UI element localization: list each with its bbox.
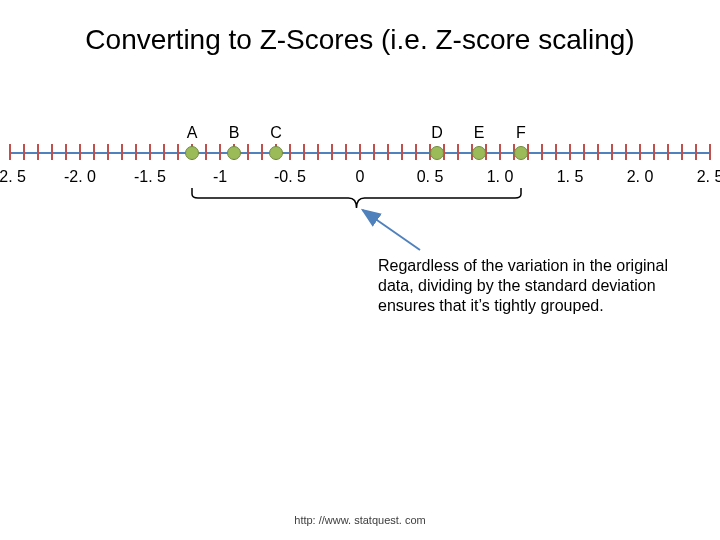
caption-text: Regardless of the variation in the origi… [378, 256, 678, 316]
slide-stage: Converting to Z-Scores (i.e. Z-score sca… [0, 0, 720, 540]
svg-line-1 [363, 210, 421, 250]
footer-url: http: //www. statquest. com [0, 514, 720, 526]
